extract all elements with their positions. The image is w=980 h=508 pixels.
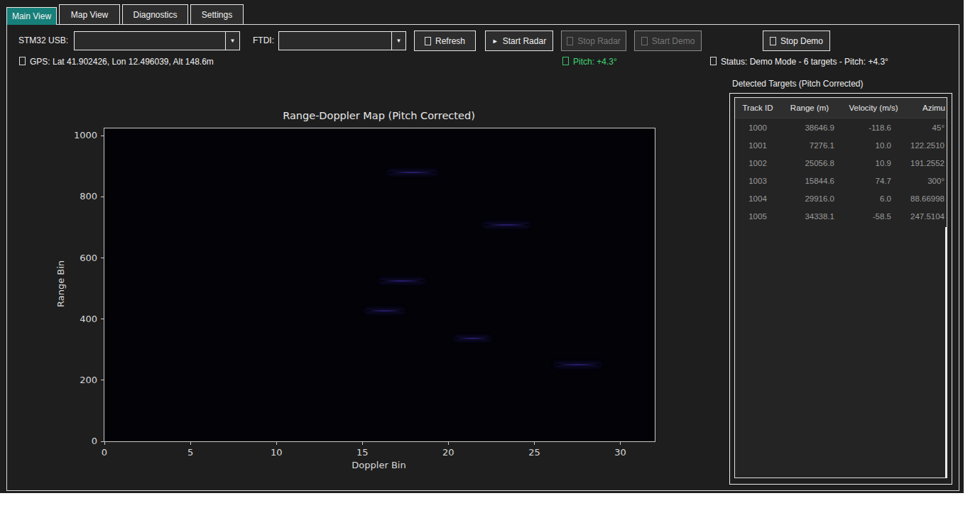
table-cell: 1005 — [735, 212, 780, 221]
table-cell: 7276.1 — [780, 141, 839, 150]
table-cell: 45° — [908, 123, 947, 132]
table-cell: 74.7 — [839, 177, 908, 185]
chevron-down-icon[interactable]: ▼ — [225, 32, 239, 50]
y-tick-label: 0 — [65, 436, 97, 446]
page: Main View Map View Diagnostics Settings … — [0, 0, 980, 508]
radar-target-streak — [455, 338, 489, 339]
start-radar-button[interactable]: ► Start Radar — [485, 31, 553, 51]
pitch-icon — [562, 57, 569, 65]
x-tick-label: 10 — [262, 447, 290, 458]
tab-diagnostics-label: Diagnostics — [133, 10, 177, 20]
tab-diagnostics[interactable]: Diagnostics — [122, 4, 188, 25]
chevron-down-icon[interactable]: ▼ — [391, 32, 405, 50]
y-tick-mark — [101, 441, 104, 442]
app-status: Status: Demo Mode - 6 targets - Pitch: +… — [710, 57, 888, 67]
tab-main-view[interactable]: Main View — [6, 7, 57, 25]
table-row[interactable]: 100225056.810.9191.2552 — [735, 154, 947, 172]
table-cell: 25056.8 — [780, 159, 839, 167]
column-header-azimuth[interactable]: Azimu — [908, 104, 947, 112]
stm32-usb-label: STM32 USB: — [18, 35, 68, 45]
radar-target-streak — [555, 364, 600, 365]
start-demo-button[interactable]: Start Demo — [634, 31, 702, 51]
dropdown-arrow-glyph: ▼ — [396, 38, 402, 44]
table-cell: 300° — [908, 177, 947, 185]
status-icon — [710, 57, 717, 65]
y-tick-mark — [101, 319, 104, 319]
table-cell: 191.2552 — [908, 159, 947, 167]
table-cell: 6.0 — [839, 194, 908, 203]
table-row[interactable]: 10017276.110.0122.2510 — [735, 136, 947, 154]
app-status-text: Status: Demo Mode - 6 targets - Pitch: +… — [721, 57, 888, 67]
y-axis-label: Range Bin — [55, 260, 66, 307]
radar-target-streak — [484, 224, 529, 226]
table-cell: 34338.1 — [780, 212, 839, 221]
stop-demo-button[interactable]: Stop Demo — [763, 31, 830, 51]
targets-table-body: 100038646.9-118.645°10017276.110.0122.25… — [735, 118, 947, 225]
ftdi-combobox[interactable]: ▼ — [278, 31, 406, 50]
y-tick-label: 600 — [65, 253, 97, 263]
targets-table-header: Track ID Range (m) Velocity (m/s) Azimu — [735, 98, 947, 118]
targets-table[interactable]: Track ID Range (m) Velocity (m/s) Azimu … — [734, 97, 947, 478]
table-scrollbar[interactable] — [945, 227, 947, 477]
refresh-icon — [425, 37, 431, 45]
x-tick-label: 20 — [434, 447, 462, 458]
table-row[interactable]: 100534338.1-58.5247.5104 — [735, 207, 947, 225]
x-tick-mark — [276, 442, 277, 445]
tab-map-view-label: Map View — [71, 10, 108, 20]
x-axis-label: Doppler Bin — [104, 460, 654, 470]
x-tick-mark — [104, 442, 105, 445]
table-row[interactable]: 100038646.9-118.645° — [735, 118, 947, 136]
play-icon: ► — [492, 38, 499, 45]
x-tick-mark — [190, 442, 191, 445]
targets-groupbox: Track ID Range (m) Velocity (m/s) Azimu … — [729, 93, 952, 485]
ftdi-label: FTDI: — [253, 35, 274, 45]
table-cell: 1000 — [735, 123, 780, 132]
start-demo-button-label: Start Demo — [652, 36, 695, 46]
table-cell: 10.0 — [839, 141, 908, 150]
y-tick-mark — [101, 258, 104, 258]
y-tick-label: 1000 — [65, 130, 97, 140]
pitch-indicator-text: Pitch: +4.3° — [573, 57, 617, 67]
stop-icon — [770, 37, 776, 45]
table-row[interactable]: 100315844.674.7300° — [735, 172, 947, 189]
tab-map-view[interactable]: Map View — [59, 4, 120, 25]
gps-status: GPS: Lat 41.902426, Lon 12.496039, Alt 1… — [19, 57, 214, 67]
tab-settings[interactable]: Settings — [190, 4, 244, 25]
stm32-usb-combobox[interactable]: ▼ — [74, 31, 240, 50]
column-header-velocity[interactable]: Velocity (m/s) — [839, 104, 908, 112]
column-header-track-id[interactable]: Track ID — [735, 104, 780, 112]
x-tick-label: 25 — [520, 447, 548, 458]
table-cell: -58.5 — [839, 212, 908, 221]
table-row[interactable]: 100429916.06.088.66998 — [735, 189, 947, 207]
x-tick-mark — [620, 442, 621, 445]
y-tick-label: 400 — [65, 314, 97, 324]
x-tick-label: 0 — [90, 447, 119, 458]
table-cell: 1002 — [735, 159, 780, 167]
refresh-button-label: Refresh — [435, 36, 465, 46]
radar-target-streak — [388, 172, 437, 173]
stop-radar-button[interactable]: Stop Radar — [561, 31, 626, 51]
x-tick-mark — [534, 442, 535, 445]
stm32-usb-combobox-value — [75, 32, 225, 50]
y-tick-mark — [101, 136, 104, 136]
x-tick-mark — [448, 442, 449, 445]
y-tick-label: 200 — [65, 375, 97, 385]
table-cell: 247.5104 — [908, 212, 947, 221]
column-header-range[interactable]: Range (m) — [780, 104, 839, 112]
table-cell: 122.2510 — [908, 141, 947, 150]
table-cell: 1003 — [735, 177, 780, 185]
pitch-indicator: Pitch: +4.3° — [562, 57, 617, 67]
ftdi-combobox-value — [279, 32, 391, 50]
tab-bar: Main View Map View Diagnostics Settings — [6, 4, 246, 25]
demo-icon — [641, 37, 648, 45]
refresh-button[interactable]: Refresh — [414, 31, 476, 51]
y-tick-mark — [101, 380, 104, 380]
y-tick-label: 800 — [65, 191, 97, 201]
dropdown-arrow-glyph: ▼ — [230, 38, 236, 44]
range-doppler-chart: Range-Doppler Map (Pitch Corrected) Rang… — [14, 71, 721, 490]
x-tick-mark — [362, 442, 363, 445]
range-doppler-heatmap[interactable]: 05101520253002004006008001000 — [104, 128, 655, 442]
table-cell: 10.9 — [839, 159, 908, 167]
gps-status-text: GPS: Lat 41.902426, Lon 12.496039, Alt 1… — [30, 57, 214, 67]
y-tick-mark — [101, 197, 104, 197]
